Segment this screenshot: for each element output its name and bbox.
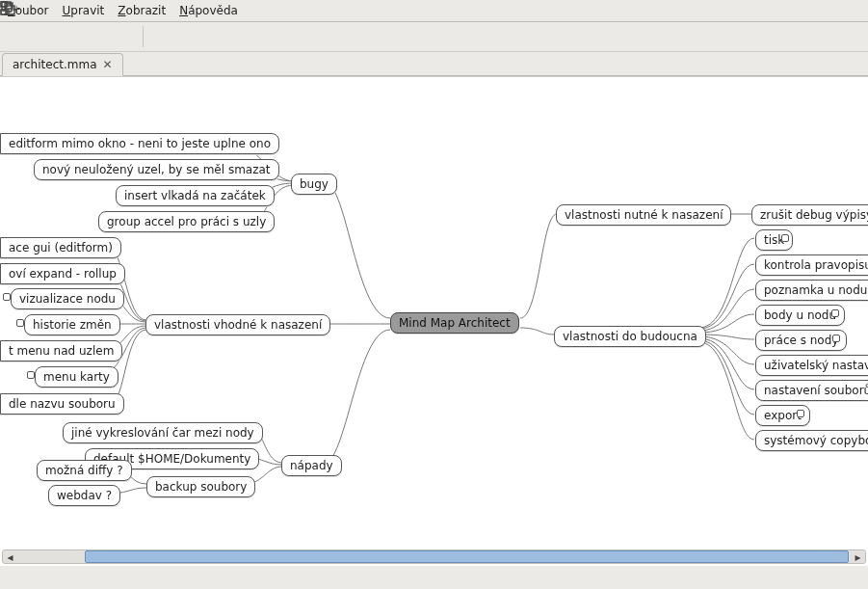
menubar: Soubor Upravit Zobrazit Nápověda [0, 0, 868, 22]
menu-help[interactable]: Nápověda [179, 4, 238, 17]
node-backup-child-1[interactable]: webdav ? [48, 485, 120, 506]
tab-title: architect.mma [13, 58, 97, 71]
node-vhodne-child-3[interactable]: historie změn [24, 314, 120, 335]
svg-rect-11 [1, 2, 7, 7]
node-nutne[interactable]: vlastnosti nutné k nasazení [556, 204, 731, 226]
node-vhodne-child-1[interactable]: oví expand - rollup [0, 263, 125, 284]
svg-text:–: – [13, 3, 18, 15]
toolbar-button-1[interactable] [8, 26, 29, 47]
node-nutne-child-0[interactable]: zrušit debug výpisy [751, 204, 868, 226]
expand-handle[interactable] [16, 319, 24, 327]
node-bugy-child-3[interactable]: group accel pro práci s uzly [98, 211, 275, 232]
scroll-thumb[interactable] [85, 550, 849, 563]
node-backup-child-0[interactable]: možná diffy ? [37, 460, 132, 481]
expand-handle[interactable] [831, 309, 839, 317]
expand-handle[interactable] [797, 410, 804, 417]
node-vhodne[interactable]: vlastnosti vhodné k nasazení [145, 314, 330, 335]
node-bud-child-8[interactable]: systémový copyboard [755, 430, 868, 451]
expand-handle[interactable] [27, 371, 35, 379]
menu-edit[interactable]: Upravit [62, 4, 104, 17]
node-vhodne-child-2[interactable]: vizualizace nodu [11, 288, 124, 309]
node-bud-child-6[interactable]: nastavení souborů [755, 380, 868, 401]
node-vhodne-child-6[interactable]: dle nazvu souboru [0, 393, 124, 415]
toolbar-button-2[interactable] [40, 26, 62, 47]
node-budoucna[interactable]: vlastnosti do budoucna [554, 326, 706, 347]
horizontal-scrollbar[interactable]: ◂ ▸ [2, 549, 866, 564]
toolbar: + – [0, 22, 868, 52]
scroll-track[interactable] [17, 550, 851, 563]
toolbar-button-4[interactable]: – [106, 26, 127, 47]
node-bugy-child-2[interactable]: insert vlkadá na začátek [116, 185, 275, 206]
expand-handle[interactable] [781, 234, 789, 242]
expand-handle[interactable] [832, 335, 840, 342]
node-napady[interactable]: nápady [281, 455, 342, 476]
node-napady-child-0[interactable]: jiné vykreslování čar mezi nody [63, 422, 263, 443]
scroll-right-icon[interactable]: ▸ [851, 550, 865, 563]
toolbar-button-3[interactable]: + [73, 26, 94, 47]
tab-strip: architect.mma ✕ [0, 52, 868, 76]
tab-close-icon[interactable]: ✕ [103, 58, 113, 71]
mindmap-canvas[interactable]: Mind Map Architect bugy editform mimo ok… [0, 76, 868, 566]
node-bugy-child-0[interactable]: editform mimo okno - neni to jeste uplne… [0, 133, 279, 154]
node-bud-child-5[interactable]: uživatelský nastavení [755, 355, 868, 376]
node-napady-child-2[interactable]: backup soubory [146, 476, 255, 497]
node-bud-child-2[interactable]: poznamka u nodu [755, 280, 868, 301]
tree-minus-icon: – [0, 0, 19, 17]
tab-architect[interactable]: architect.mma ✕ [2, 53, 123, 76]
node-vhodne-child-5[interactable]: menu karty [35, 366, 118, 388]
scroll-left-icon[interactable]: ◂ [3, 550, 17, 563]
menu-view[interactable]: Zobrazit [118, 4, 166, 17]
node-bugy-child-1[interactable]: nový neuložený uzel, by se měl smazat [34, 159, 279, 180]
node-vhodne-child-0[interactable]: ace gui (editform) [0, 237, 121, 258]
node-bud-child-1[interactable]: kontrola pravopisu [755, 254, 868, 276]
toolbar-separator [143, 26, 144, 47]
node-bugy[interactable]: bugy [291, 174, 337, 195]
svg-rect-12 [1, 10, 7, 14]
node-root[interactable]: Mind Map Architect [390, 312, 519, 334]
expand-handle[interactable] [3, 293, 11, 301]
node-vhodne-child-4[interactable]: t menu nad uzlem [0, 340, 122, 361]
